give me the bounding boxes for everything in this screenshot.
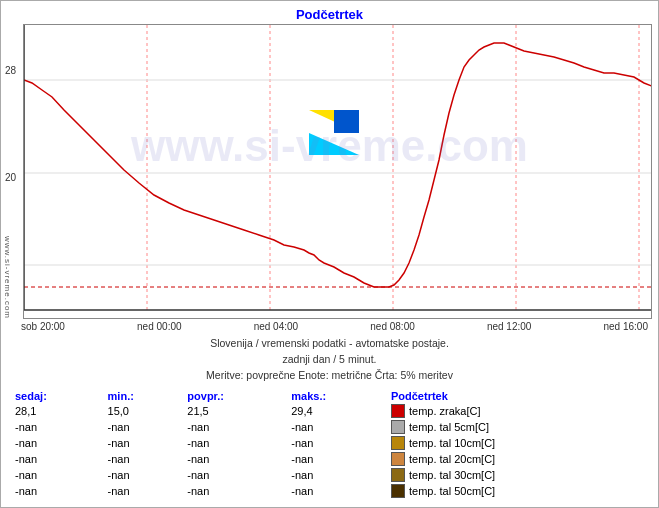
cell-legend: temp. tal 10cm[C] [387, 435, 648, 451]
cell-povpr: -nan [183, 419, 287, 435]
stats-table: sedaj: min.: povpr.: maks.: Podčetrtek 2… [11, 389, 648, 499]
main-container: Podčetrtek www.si-vreme.com 28 20 [0, 0, 659, 508]
x-label-4: ned 12:00 [487, 321, 532, 332]
info-line-3: Meritve: povprečne Enote: metrične Črta:… [1, 368, 658, 384]
cell-sedaj: -nan [11, 451, 104, 467]
data-table: sedaj: min.: povpr.: maks.: Podčetrtek 2… [11, 389, 648, 499]
cell-min: -nan [104, 451, 184, 467]
legend-label: temp. tal 30cm[C] [409, 469, 495, 481]
cell-legend: temp. tal 50cm[C] [387, 483, 648, 499]
cell-sedaj: -nan [11, 483, 104, 499]
table-row: -nan-nan-nan-nantemp. tal 20cm[C] [11, 451, 648, 467]
legend-color-box [391, 404, 405, 418]
legend-label: temp. tal 5cm[C] [409, 421, 489, 433]
table-row: -nan-nan-nan-nantemp. tal 5cm[C] [11, 419, 648, 435]
legend-color-box [391, 452, 405, 466]
svg-marker-16 [334, 110, 359, 133]
cell-sedaj: -nan [11, 467, 104, 483]
col-header-maks: maks.: [287, 389, 387, 403]
legend-color-box [391, 484, 405, 498]
legend-label: temp. tal 10cm[C] [409, 437, 495, 449]
x-label-3: ned 08:00 [370, 321, 415, 332]
cell-povpr: -nan [183, 451, 287, 467]
cell-povpr: -nan [183, 483, 287, 499]
table-row: -nan-nan-nan-nantemp. tal 10cm[C] [11, 435, 648, 451]
cell-min: -nan [104, 419, 184, 435]
chart-title: Podčetrtek [1, 1, 658, 22]
cell-legend: temp. tal 20cm[C] [387, 451, 648, 467]
info-line-1: Slovenija / vremenski podatki - avtomats… [1, 336, 658, 352]
x-label-1: ned 00:00 [137, 321, 182, 332]
x-label-5: ned 16:00 [603, 321, 648, 332]
y-tick-28: 28 [5, 65, 16, 76]
cell-maks: -nan [287, 419, 387, 435]
x-label-0: sob 20:00 [21, 321, 65, 332]
legend-label: temp. tal 20cm[C] [409, 453, 495, 465]
info-line-2: zadnji dan / 5 minut. [1, 352, 658, 368]
x-axis-labels: sob 20:00 ned 00:00 ned 04:00 ned 08:00 … [21, 321, 648, 332]
cell-min: -nan [104, 467, 184, 483]
cell-maks: 29,4 [287, 403, 387, 419]
cell-min: -nan [104, 435, 184, 451]
chart-svg [23, 24, 652, 319]
legend-label: temp. zraka[C] [409, 405, 481, 417]
cell-maks: -nan [287, 467, 387, 483]
cell-min: -nan [104, 483, 184, 499]
table-row: -nan-nan-nan-nantemp. tal 30cm[C] [11, 467, 648, 483]
cell-maks: -nan [287, 451, 387, 467]
col-header-min: min.: [104, 389, 184, 403]
cell-sedaj: -nan [11, 419, 104, 435]
cell-povpr: 21,5 [183, 403, 287, 419]
legend-label: temp. tal 50cm[C] [409, 485, 495, 497]
col-header-sedaj: sedaj: [11, 389, 104, 403]
cell-legend: temp. tal 5cm[C] [387, 419, 648, 435]
cell-legend: temp. zraka[C] [387, 403, 648, 419]
y-tick-20: 20 [5, 172, 16, 183]
legend-color-box [391, 468, 405, 482]
cell-maks: -nan [287, 483, 387, 499]
col-header-povpr: povpr.: [183, 389, 287, 403]
col-header-location: Podčetrtek [387, 389, 648, 403]
cell-povpr: -nan [183, 467, 287, 483]
x-label-2: ned 04:00 [254, 321, 299, 332]
cell-povpr: -nan [183, 435, 287, 451]
cell-sedaj: 28,1 [11, 403, 104, 419]
legend-color-box [391, 436, 405, 450]
table-row: 28,115,021,529,4temp. zraka[C] [11, 403, 648, 419]
cell-sedaj: -nan [11, 435, 104, 451]
cell-min: 15,0 [104, 403, 184, 419]
cell-legend: temp. tal 30cm[C] [387, 467, 648, 483]
cell-maks: -nan [287, 435, 387, 451]
info-text: Slovenija / vremenski podatki - avtomats… [1, 336, 658, 383]
legend-color-box [391, 420, 405, 434]
table-row: -nan-nan-nan-nantemp. tal 50cm[C] [11, 483, 648, 499]
